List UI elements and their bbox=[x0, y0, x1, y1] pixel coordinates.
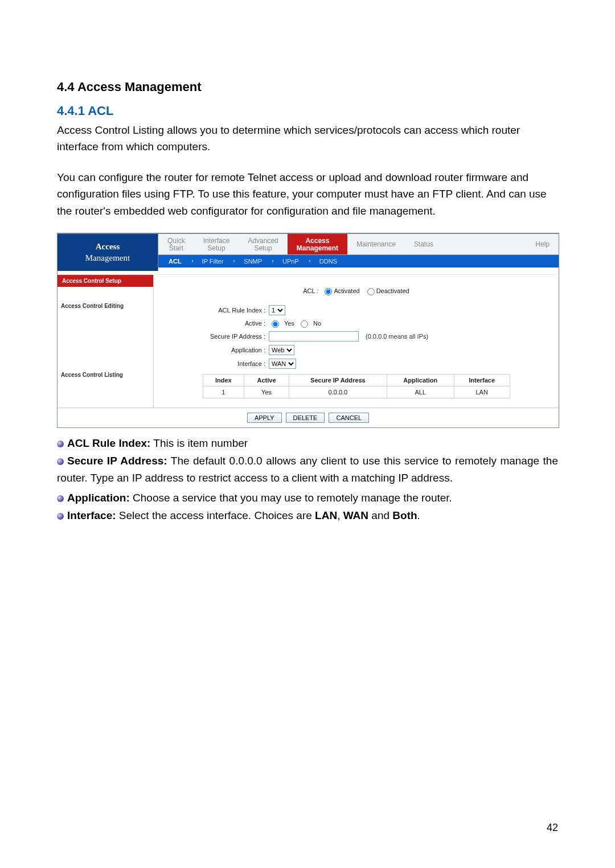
bullet-choice-both: Both bbox=[392, 509, 417, 521]
panel-title: Access Management bbox=[58, 234, 158, 271]
interface-label: Interface : bbox=[159, 360, 269, 367]
bullet-sep: , bbox=[337, 509, 343, 521]
delete-button[interactable]: DELETE bbox=[286, 413, 325, 423]
tab-access-management[interactable]: Access Management bbox=[288, 234, 347, 254]
bullet-interface: Interface: Select the access interface. … bbox=[57, 507, 558, 524]
router-ui-screenshot: Access Management Quick Start Interface … bbox=[57, 233, 559, 428]
bullet-secure-ip: Secure IP Address: The default 0.0.0.0 a… bbox=[57, 452, 558, 486]
intro-paragraph-2: You can configure the router for remote … bbox=[57, 169, 558, 219]
tab-status[interactable]: Status bbox=[405, 234, 442, 254]
bullet-sep: and bbox=[368, 509, 392, 521]
page-number: 42 bbox=[547, 822, 558, 834]
bullet-acl-rule-index: ACL Rule Index: This is item number bbox=[57, 435, 558, 451]
bullet-text: This is item number bbox=[150, 437, 248, 449]
tab-interface-setup[interactable]: Interface Setup bbox=[194, 234, 239, 254]
active-yes-label: Yes bbox=[284, 320, 294, 327]
apply-button[interactable]: APPLY bbox=[247, 413, 282, 423]
acl-deactivated-label: Deactivated bbox=[376, 287, 409, 294]
th-index: Index bbox=[203, 374, 244, 386]
subtab-ddns[interactable]: DDNS bbox=[309, 258, 347, 265]
td-index: 1 bbox=[203, 386, 244, 398]
button-bar: APPLY DELETE CANCEL bbox=[58, 408, 559, 427]
th-active: Active bbox=[244, 374, 289, 386]
bullet-icon bbox=[57, 495, 64, 502]
bullet-choice-wan: WAN bbox=[343, 509, 368, 521]
rule-index-select[interactable]: 1 bbox=[269, 305, 285, 315]
tab-label: Management bbox=[297, 245, 338, 252]
section-heading: 4.4 Access Management bbox=[57, 80, 558, 94]
bullet-label: ACL Rule Index: bbox=[67, 437, 150, 449]
bullet-label: Interface: bbox=[67, 509, 116, 521]
subsection-heading: 4.4.1 ACL bbox=[57, 104, 558, 118]
td-secure-ip: 0.0.0.0 bbox=[289, 386, 387, 398]
active-yes-radio[interactable] bbox=[272, 320, 279, 328]
secure-ip-input[interactable] bbox=[269, 331, 359, 342]
th-secure-ip: Secure IP Address bbox=[289, 374, 387, 386]
tab-label: Setup bbox=[203, 245, 230, 252]
panel-title-line1: Access bbox=[60, 241, 155, 252]
tab-label: Start bbox=[167, 245, 185, 252]
bullet-label: Secure IP Address: bbox=[67, 455, 167, 467]
bullet-text: Choose a service that you may use to rem… bbox=[130, 492, 452, 504]
sub-tabs: ACL IP Filter SNMP UPnP DDNS bbox=[158, 255, 559, 268]
side-heading-editing: Access Control Editing bbox=[58, 287, 153, 314]
tab-help[interactable]: Help bbox=[526, 234, 559, 254]
application-select[interactable]: Web bbox=[269, 345, 294, 355]
bullet-icon bbox=[57, 458, 64, 465]
bullet-icon bbox=[57, 441, 64, 447]
active-no-radio[interactable] bbox=[301, 320, 308, 328]
subtab-acl[interactable]: ACL bbox=[158, 258, 192, 265]
panel-title-line2: Management bbox=[60, 252, 155, 264]
table-row: 1 Yes 0.0.0.0 ALL LAN bbox=[203, 386, 510, 398]
active-no-label: No bbox=[313, 320, 321, 327]
td-interface: LAN bbox=[454, 386, 510, 398]
subtab-upnp[interactable]: UPnP bbox=[272, 258, 309, 265]
side-panel: Access Control Setup Access Control Edit… bbox=[58, 275, 154, 408]
tab-label: Setup bbox=[248, 245, 278, 252]
secure-ip-label: Secure IP Address : bbox=[159, 333, 269, 340]
acl-label: ACL : bbox=[303, 287, 322, 294]
td-application: ALL bbox=[387, 386, 454, 398]
active-label: Active : bbox=[159, 320, 269, 327]
bullet-icon bbox=[57, 513, 64, 520]
table-header-row: Index Active Secure IP Address Applicati… bbox=[203, 374, 510, 386]
acl-activated-label: Activated bbox=[334, 287, 359, 294]
bullet-sep: . bbox=[417, 509, 420, 521]
subtab-snmp[interactable]: SNMP bbox=[233, 258, 272, 265]
secure-ip-note: (0.0.0.0 means all IPs) bbox=[362, 333, 428, 340]
td-active: Yes bbox=[244, 386, 289, 398]
rule-index-label: ACL Rule Index : bbox=[159, 307, 269, 314]
acl-deactivated-radio[interactable] bbox=[367, 288, 375, 295]
bullet-application: Application: Choose a service that you m… bbox=[57, 489, 558, 506]
main-tabs: Quick Start Interface Setup Advanced Set… bbox=[158, 234, 559, 255]
acl-activated-radio[interactable] bbox=[325, 288, 332, 295]
subtab-ip-filter[interactable]: IP Filter bbox=[192, 258, 234, 265]
side-heading-listing: Access Control Listing bbox=[58, 368, 153, 382]
bullet-text: Select the access interface. Choices are bbox=[116, 509, 315, 521]
bullet-choice-lan: LAN bbox=[315, 509, 337, 521]
tab-maintenance[interactable]: Maintenance bbox=[347, 234, 405, 254]
th-interface: Interface bbox=[454, 374, 510, 386]
tab-advanced-setup[interactable]: Advanced Setup bbox=[239, 234, 287, 254]
acl-table: Index Active Secure IP Address Applicati… bbox=[203, 374, 510, 398]
bullet-label: Application: bbox=[67, 492, 130, 504]
tab-quick-start[interactable]: Quick Start bbox=[158, 234, 194, 254]
side-heading-setup: Access Control Setup bbox=[58, 275, 153, 287]
th-application: Application bbox=[387, 374, 454, 386]
interface-select[interactable]: WAN bbox=[269, 359, 296, 369]
intro-paragraph-1: Access Control Listing allows you to det… bbox=[57, 122, 558, 155]
cancel-button[interactable]: CANCEL bbox=[329, 413, 369, 423]
application-label: Application : bbox=[159, 347, 269, 353]
